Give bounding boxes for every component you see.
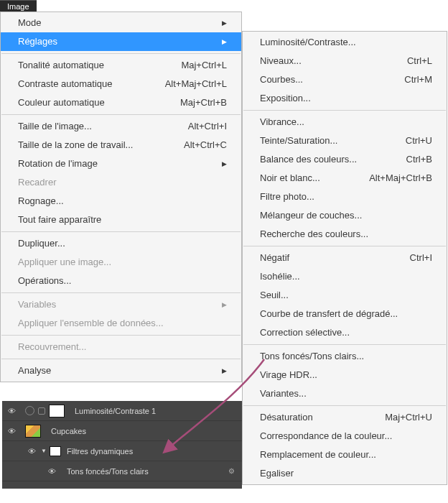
menu-label: Dupliquer... [18,238,227,249]
menu-item-luminosite-contraste[interactable]: Luminosité/Contraste... [243,33,447,52]
menu-item-isohelie[interactable]: Isohélie... [243,267,447,286]
separator [1,335,241,336]
menu-item-couleur-automatique[interactable]: Couleur automatiqueMaj+Ctrl+B [1,93,241,112]
menu-item-remplacement-de-couleur[interactable]: Remplacement de couleur... [243,446,447,464]
menu-label: Virage HDR... [260,369,432,381]
menu-label: Recherche des couleurs... [260,229,432,240]
submenu-arrow-icon: ▶ [222,36,227,47]
menu-item-operations[interactable]: Opérations... [1,272,241,290]
menu-item-tout-faire-apparaitre[interactable]: Tout faire apparaître [1,211,241,229]
menu-label: Couleur automatique [18,97,180,109]
menu-label: Balance des couleurs... [260,154,406,165]
visibility-icon[interactable]: 👁 [2,407,21,415]
menu-item-correction-selective[interactable]: Correction sélective... [243,323,447,342]
menu-item-negatif[interactable]: NégatifCtrl+I [243,249,447,267]
smart-filters-label: Filtres dynamiques [67,447,133,456]
menu-item-tons-fonces-tons-clairs[interactable]: Tons foncés/Tons clairs... [243,347,447,366]
menu-label: Correspondance de la couleur... [260,430,432,442]
menu-item-mode[interactable]: Mode▶ [1,14,241,32]
shortcut: Ctrl+I [410,252,432,264]
layers-panel: 👁 Luminosité/Contraste 1 👁 Cupcakes 👁 ▼ … [2,401,242,489]
filter-options-icon[interactable]: ⚙ [228,467,235,475]
visibility-icon[interactable]: 👁 [2,427,21,435]
menu-label: Rognage... [18,195,227,207]
menu-item-virage-hdr[interactable]: Virage HDR... [243,366,447,384]
menu-label: Tonalité automatique [18,60,181,71]
separator [1,114,241,115]
menu-item-recherche-des-couleurs[interactable]: Recherche des couleurs... [243,225,447,244]
shortcut: Alt+Ctrl+C [184,139,227,151]
menu-item-taille-de-la-zone-de-travail[interactable]: Taille de la zone de travail...Alt+Ctrl+… [1,136,241,154]
menu-item-analyse[interactable]: Analyse▶ [1,361,241,380]
menu-item-variantes[interactable]: Variantes... [243,384,447,403]
shortcut: Maj+Ctrl+L [181,60,227,71]
menu-label: Isohélie... [260,271,432,282]
adjustment-layer[interactable]: 👁 Luminosité/Contraste 1 [2,401,242,421]
menu-label: Seuil... [260,290,432,301]
menu-label: Opérations... [18,275,227,287]
menu-label: Noir et blanc... [260,172,369,184]
menu-label: Recadrer [18,177,227,188]
menu-label: Variables [18,299,215,310]
separator [243,110,446,111]
menu-item-vibrance[interactable]: Vibrance... [243,113,447,131]
smart-filter-item[interactable]: 👁 Tons foncés/Tons clairs ⚙ [2,461,242,481]
disclosure-icon[interactable]: ▼ [41,448,47,454]
menu-item-niveaux[interactable]: Niveaux...Ctrl+L [243,52,447,70]
layer-name[interactable]: Cupcakes [51,427,86,435]
menu-item-courbes[interactable]: Courbes...Ctrl+M [243,70,447,89]
menu-label: Luminosité/Contraste... [260,37,432,48]
separator [243,405,446,406]
menu-item-correspondance-de-la-couleur[interactable]: Correspondance de la couleur... [243,427,447,446]
menu-label: Recouvrement... [18,341,227,353]
layer-thumbnail[interactable] [25,425,41,438]
mask-thumbnail[interactable] [49,405,65,417]
smart-object-layer[interactable]: 👁 Cupcakes [2,421,242,441]
menu-item-tonalite-automatique[interactable]: Tonalité automatiqueMaj+Ctrl+L [1,56,241,75]
menu-item-taille-de-l-image[interactable]: Taille de l'image...Alt+Ctrl+I [1,117,241,136]
reglages-submenu: Luminosité/Contraste...Niveaux...Ctrl+LC… [242,31,447,485]
visibility-icon[interactable]: 👁 [42,467,61,476]
menu-label: Mode [18,17,215,29]
menu-label: Négatif [260,252,410,264]
layer-name[interactable]: Luminosité/Contraste 1 [75,407,156,415]
separator [1,53,241,54]
shortcut: Alt+Maj+Ctrl+B [369,172,432,184]
menu-item-reglages[interactable]: Réglages▶ [1,32,241,51]
shortcut: Ctrl+M [404,74,432,86]
menu-item-exposition[interactable]: Exposition... [243,89,447,108]
menu-item-noir-et-blanc[interactable]: Noir et blanc...Alt+Maj+Ctrl+B [243,169,447,188]
menu-item-courbe-de-transfert-de-degrade[interactable]: Courbe de transfert de dégradé... [243,305,447,323]
menu-label: Appliquer une image... [18,257,227,268]
filter-name[interactable]: Tons foncés/Tons clairs [67,467,149,476]
image-tab[interactable]: Image [0,0,37,12]
menu-label: Appliquer l'ensemble de données... [18,318,227,329]
menu-label: Taille de l'image... [18,121,188,132]
submenu-arrow-icon: ▶ [222,299,227,310]
menu-item-melangeur-de-couches[interactable]: Mélangeur de couches... [243,206,447,225]
menu-label: Réglages [18,36,215,47]
menu-item-rotation-de-l-image[interactable]: Rotation de l'image▶ [1,154,241,173]
menu-item-desaturation[interactable]: DésaturationMaj+Ctrl+U [243,408,447,427]
menu-item-teinte-saturation[interactable]: Teinte/Saturation...Ctrl+U [243,131,447,150]
visibility-icon[interactable]: 👁 [22,447,41,456]
smart-filters-row[interactable]: 👁 ▼ Filtres dynamiques [2,441,242,461]
shortcut: Alt+Maj+Ctrl+L [165,78,227,90]
menu-label: Tons foncés/Tons clairs... [260,351,432,362]
menu-item-rognage[interactable]: Rognage... [1,192,241,211]
menu-label: Mélangeur de couches... [260,210,432,221]
menu-label: Désaturation [260,412,385,423]
menu-label: Contraste automatique [18,78,165,90]
menu-item-egaliser[interactable]: Egaliser [243,464,447,483]
menu-item-dupliquer[interactable]: Dupliquer... [1,234,241,253]
submenu-arrow-icon: ▶ [222,365,227,377]
menu-item-seuil[interactable]: Seuil... [243,286,447,305]
link-icon [38,407,45,415]
image-menu: Mode▶Réglages▶ Tonalité automatiqueMaj+C… [0,11,242,382]
menu-item-variables: Variables▶ [1,295,241,314]
menu-item-balance-des-couleurs[interactable]: Balance des couleurs...Ctrl+B [243,150,447,169]
filter-mask-thumbnail[interactable] [50,446,61,456]
separator [1,292,241,293]
menu-item-contraste-automatique[interactable]: Contraste automatiqueAlt+Maj+Ctrl+L [1,75,241,93]
menu-item-filtre-photo[interactable]: Filtre photo... [243,188,447,206]
